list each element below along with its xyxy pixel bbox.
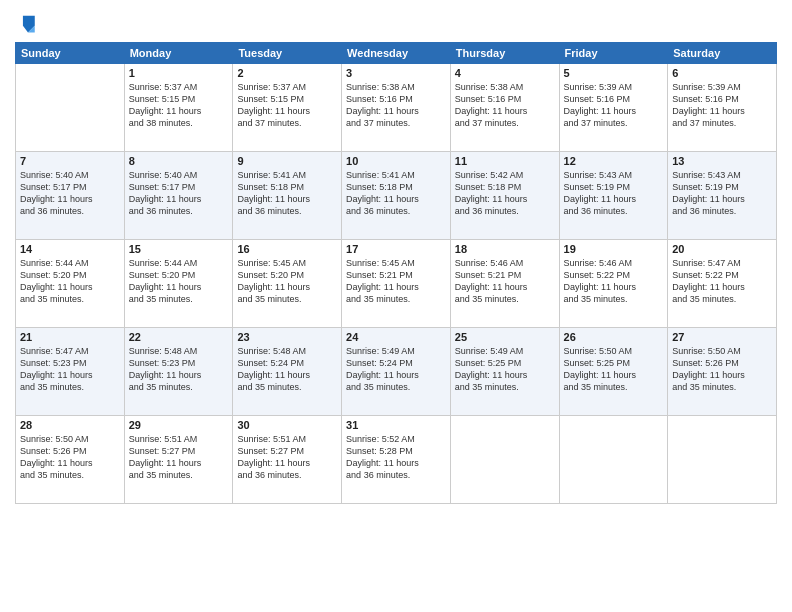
day-number: 19 xyxy=(564,243,664,255)
calendar-cell: 12Sunrise: 5:43 AM Sunset: 5:19 PM Dayli… xyxy=(559,152,668,240)
day-content: Sunrise: 5:43 AM Sunset: 5:19 PM Dayligh… xyxy=(564,169,664,218)
calendar-cell: 1Sunrise: 5:37 AM Sunset: 5:15 PM Daylig… xyxy=(124,64,233,152)
calendar-cell: 4Sunrise: 5:38 AM Sunset: 5:16 PM Daylig… xyxy=(450,64,559,152)
day-number: 1 xyxy=(129,67,229,79)
day-content: Sunrise: 5:48 AM Sunset: 5:24 PM Dayligh… xyxy=(237,345,337,394)
calendar-cell: 28Sunrise: 5:50 AM Sunset: 5:26 PM Dayli… xyxy=(16,416,125,504)
day-number: 4 xyxy=(455,67,555,79)
calendar-cell: 2Sunrise: 5:37 AM Sunset: 5:15 PM Daylig… xyxy=(233,64,342,152)
day-number: 10 xyxy=(346,155,446,167)
day-number: 14 xyxy=(20,243,120,255)
calendar-cell: 25Sunrise: 5:49 AM Sunset: 5:25 PM Dayli… xyxy=(450,328,559,416)
calendar-cell: 30Sunrise: 5:51 AM Sunset: 5:27 PM Dayli… xyxy=(233,416,342,504)
day-number: 22 xyxy=(129,331,229,343)
day-number: 24 xyxy=(346,331,446,343)
calendar-cell: 23Sunrise: 5:48 AM Sunset: 5:24 PM Dayli… xyxy=(233,328,342,416)
day-content: Sunrise: 5:50 AM Sunset: 5:26 PM Dayligh… xyxy=(20,433,120,482)
day-content: Sunrise: 5:37 AM Sunset: 5:15 PM Dayligh… xyxy=(237,81,337,130)
day-content: Sunrise: 5:51 AM Sunset: 5:27 PM Dayligh… xyxy=(129,433,229,482)
day-header-thursday: Thursday xyxy=(450,43,559,64)
calendar-cell: 9Sunrise: 5:41 AM Sunset: 5:18 PM Daylig… xyxy=(233,152,342,240)
day-content: Sunrise: 5:41 AM Sunset: 5:18 PM Dayligh… xyxy=(237,169,337,218)
day-number: 16 xyxy=(237,243,337,255)
day-content: Sunrise: 5:47 AM Sunset: 5:22 PM Dayligh… xyxy=(672,257,772,306)
day-header-friday: Friday xyxy=(559,43,668,64)
calendar-cell: 29Sunrise: 5:51 AM Sunset: 5:27 PM Dayli… xyxy=(124,416,233,504)
calendar-cell: 7Sunrise: 5:40 AM Sunset: 5:17 PM Daylig… xyxy=(16,152,125,240)
day-number: 5 xyxy=(564,67,664,79)
day-content: Sunrise: 5:40 AM Sunset: 5:17 PM Dayligh… xyxy=(129,169,229,218)
day-content: Sunrise: 5:45 AM Sunset: 5:21 PM Dayligh… xyxy=(346,257,446,306)
calendar-cell: 20Sunrise: 5:47 AM Sunset: 5:22 PM Dayli… xyxy=(668,240,777,328)
day-number: 3 xyxy=(346,67,446,79)
day-content: Sunrise: 5:51 AM Sunset: 5:27 PM Dayligh… xyxy=(237,433,337,482)
calendar-cell: 26Sunrise: 5:50 AM Sunset: 5:25 PM Dayli… xyxy=(559,328,668,416)
day-number: 25 xyxy=(455,331,555,343)
calendar-cell: 31Sunrise: 5:52 AM Sunset: 5:28 PM Dayli… xyxy=(342,416,451,504)
calendar-cell: 6Sunrise: 5:39 AM Sunset: 5:16 PM Daylig… xyxy=(668,64,777,152)
day-number: 23 xyxy=(237,331,337,343)
day-number: 8 xyxy=(129,155,229,167)
day-content: Sunrise: 5:48 AM Sunset: 5:23 PM Dayligh… xyxy=(129,345,229,394)
day-content: Sunrise: 5:39 AM Sunset: 5:16 PM Dayligh… xyxy=(672,81,772,130)
calendar-cell: 5Sunrise: 5:39 AM Sunset: 5:16 PM Daylig… xyxy=(559,64,668,152)
calendar-cell: 27Sunrise: 5:50 AM Sunset: 5:26 PM Dayli… xyxy=(668,328,777,416)
day-number: 12 xyxy=(564,155,664,167)
week-row-2: 7Sunrise: 5:40 AM Sunset: 5:17 PM Daylig… xyxy=(16,152,777,240)
calendar-cell: 3Sunrise: 5:38 AM Sunset: 5:16 PM Daylig… xyxy=(342,64,451,152)
calendar-cell xyxy=(668,416,777,504)
calendar-cell: 21Sunrise: 5:47 AM Sunset: 5:23 PM Dayli… xyxy=(16,328,125,416)
day-content: Sunrise: 5:46 AM Sunset: 5:22 PM Dayligh… xyxy=(564,257,664,306)
calendar-cell: 14Sunrise: 5:44 AM Sunset: 5:20 PM Dayli… xyxy=(16,240,125,328)
day-header-saturday: Saturday xyxy=(668,43,777,64)
day-content: Sunrise: 5:38 AM Sunset: 5:16 PM Dayligh… xyxy=(346,81,446,130)
day-content: Sunrise: 5:46 AM Sunset: 5:21 PM Dayligh… xyxy=(455,257,555,306)
week-row-4: 21Sunrise: 5:47 AM Sunset: 5:23 PM Dayli… xyxy=(16,328,777,416)
day-content: Sunrise: 5:50 AM Sunset: 5:26 PM Dayligh… xyxy=(672,345,772,394)
day-header-tuesday: Tuesday xyxy=(233,43,342,64)
calendar-cell: 8Sunrise: 5:40 AM Sunset: 5:17 PM Daylig… xyxy=(124,152,233,240)
day-number: 18 xyxy=(455,243,555,255)
day-content: Sunrise: 5:39 AM Sunset: 5:16 PM Dayligh… xyxy=(564,81,664,130)
logo-icon xyxy=(19,14,37,36)
day-content: Sunrise: 5:38 AM Sunset: 5:16 PM Dayligh… xyxy=(455,81,555,130)
day-content: Sunrise: 5:37 AM Sunset: 5:15 PM Dayligh… xyxy=(129,81,229,130)
day-content: Sunrise: 5:50 AM Sunset: 5:25 PM Dayligh… xyxy=(564,345,664,394)
day-number: 7 xyxy=(20,155,120,167)
day-content: Sunrise: 5:43 AM Sunset: 5:19 PM Dayligh… xyxy=(672,169,772,218)
calendar-cell: 24Sunrise: 5:49 AM Sunset: 5:24 PM Dayli… xyxy=(342,328,451,416)
calendar-cell xyxy=(450,416,559,504)
calendar-container: SundayMondayTuesdayWednesdayThursdayFrid… xyxy=(0,0,792,612)
day-number: 11 xyxy=(455,155,555,167)
day-content: Sunrise: 5:49 AM Sunset: 5:24 PM Dayligh… xyxy=(346,345,446,394)
day-number: 13 xyxy=(672,155,772,167)
week-row-3: 14Sunrise: 5:44 AM Sunset: 5:20 PM Dayli… xyxy=(16,240,777,328)
calendar-cell: 17Sunrise: 5:45 AM Sunset: 5:21 PM Dayli… xyxy=(342,240,451,328)
day-number: 26 xyxy=(564,331,664,343)
day-number: 28 xyxy=(20,419,120,431)
day-number: 30 xyxy=(237,419,337,431)
day-number: 27 xyxy=(672,331,772,343)
day-content: Sunrise: 5:40 AM Sunset: 5:17 PM Dayligh… xyxy=(20,169,120,218)
day-number: 15 xyxy=(129,243,229,255)
day-number: 17 xyxy=(346,243,446,255)
day-number: 31 xyxy=(346,419,446,431)
day-content: Sunrise: 5:44 AM Sunset: 5:20 PM Dayligh… xyxy=(20,257,120,306)
day-number: 29 xyxy=(129,419,229,431)
calendar-cell xyxy=(559,416,668,504)
day-content: Sunrise: 5:44 AM Sunset: 5:20 PM Dayligh… xyxy=(129,257,229,306)
day-content: Sunrise: 5:47 AM Sunset: 5:23 PM Dayligh… xyxy=(20,345,120,394)
day-number: 9 xyxy=(237,155,337,167)
day-header-monday: Monday xyxy=(124,43,233,64)
logo xyxy=(15,14,39,36)
day-content: Sunrise: 5:52 AM Sunset: 5:28 PM Dayligh… xyxy=(346,433,446,482)
header-row: SundayMondayTuesdayWednesdayThursdayFrid… xyxy=(16,43,777,64)
day-number: 2 xyxy=(237,67,337,79)
calendar-cell: 15Sunrise: 5:44 AM Sunset: 5:20 PM Dayli… xyxy=(124,240,233,328)
day-content: Sunrise: 5:42 AM Sunset: 5:18 PM Dayligh… xyxy=(455,169,555,218)
day-content: Sunrise: 5:41 AM Sunset: 5:18 PM Dayligh… xyxy=(346,169,446,218)
calendar-table: SundayMondayTuesdayWednesdayThursdayFrid… xyxy=(15,42,777,504)
header-area xyxy=(15,10,777,36)
calendar-cell: 13Sunrise: 5:43 AM Sunset: 5:19 PM Dayli… xyxy=(668,152,777,240)
day-number: 20 xyxy=(672,243,772,255)
